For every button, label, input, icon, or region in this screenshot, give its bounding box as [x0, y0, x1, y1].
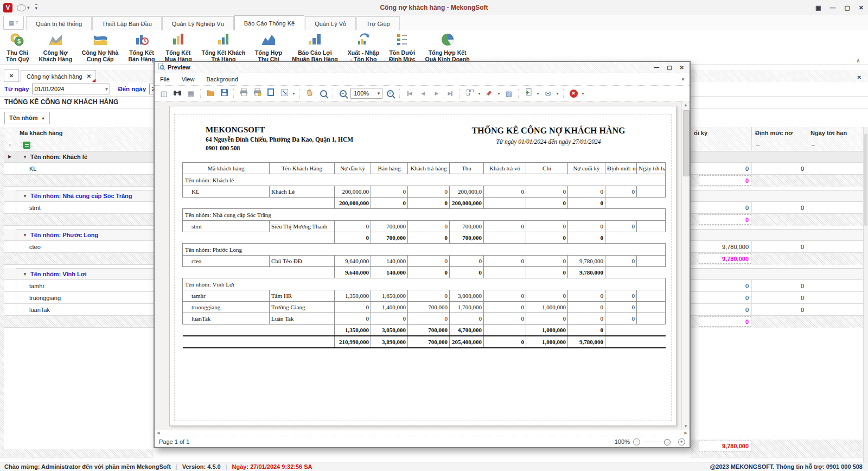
- button-ton-duoi-dinh-muc[interactable]: Tồn DướiĐịnh Mức: [384, 30, 420, 63]
- ribbon-collapse-button[interactable]: ∧: [853, 58, 864, 65]
- collapse-group-icon[interactable]: ▼: [23, 155, 27, 160]
- watermark-button[interactable]: ▨: [503, 88, 515, 99]
- panel-close-button[interactable]: ✕: [857, 74, 861, 80]
- next-page-button[interactable]: ▶: [431, 88, 443, 99]
- grid-group-row[interactable]: ▼Tên nhóm: Nhà cung cấp Sóc Trăng: [4, 190, 154, 202]
- grid-data-row[interactable]: stmt: [4, 202, 154, 214]
- grid-data-row-right[interactable]: 00: [691, 292, 864, 304]
- column-header-ngay-toi-han[interactable]: Ngày tới hạn: [807, 127, 864, 139]
- close-tab-icon[interactable]: ✕: [87, 73, 91, 79]
- scrollbar-thumb[interactable]: [683, 110, 690, 176]
- ribbon-menu-button[interactable]: ▦▽: [3, 16, 24, 30]
- chevron-down-icon[interactable]: ▼: [477, 92, 482, 96]
- grid-cell[interactable]: [807, 304, 864, 316]
- save-button[interactable]: [218, 88, 230, 99]
- page-setup-button[interactable]: [265, 88, 277, 99]
- grid-data-row-right[interactable]: 00: [691, 163, 864, 175]
- document-map-button[interactable]: ◫: [158, 88, 170, 99]
- menu-file[interactable]: File: [160, 76, 170, 82]
- hand-tool-button[interactable]: [304, 88, 316, 99]
- menu-background[interactable]: Background: [206, 76, 238, 82]
- grid-data-row[interactable]: luanTak: [4, 304, 154, 316]
- collapse-group-icon[interactable]: ▼: [23, 272, 27, 277]
- preview-close-button[interactable]: ✕: [680, 65, 684, 71]
- button-tong-ket-khach-tra-hang[interactable]: Tổng Kết KháchTrả Hàng: [197, 30, 251, 63]
- search-button[interactable]: [171, 88, 183, 99]
- preview-titlebar[interactable]: Preview — ▢ ✕: [155, 62, 690, 73]
- chevron-down-icon[interactable]: ▼: [497, 92, 501, 96]
- customize-grid-button[interactable]: ▦: [185, 88, 197, 99]
- grid-cell[interactable]: 0: [691, 163, 751, 175]
- scale-button[interactable]: [278, 88, 290, 99]
- last-page-button[interactable]: ▶: [444, 88, 456, 99]
- filter-cell[interactable]: ⁚⁚: [16, 139, 154, 151]
- customer-code-cell[interactable]: tamhr: [16, 280, 154, 292]
- collapse-group-icon[interactable]: ▼: [23, 233, 27, 238]
- chevron-down-icon[interactable]: ▼: [536, 92, 540, 96]
- zoom-plus-icon[interactable]: +: [678, 438, 685, 445]
- scroll-left-icon[interactable]: ◀: [157, 431, 159, 435]
- grid-data-row-right[interactable]: 00: [691, 280, 864, 292]
- collapse-group-icon[interactable]: ▼: [23, 194, 27, 199]
- grid-group-row[interactable]: ▼Tên nhóm: Phước Long: [4, 229, 154, 241]
- open-button[interactable]: [205, 88, 216, 99]
- tab-cong-no-khach-hang[interactable]: Công nợ khách hàng ✕: [21, 70, 96, 82]
- tab-tro-giup[interactable]: Trợ Giúp: [356, 16, 399, 30]
- menu-view[interactable]: View: [182, 76, 195, 82]
- grid-cell[interactable]: 0: [751, 304, 807, 316]
- chevron-down-icon[interactable]: ▼: [581, 92, 585, 96]
- grid-cell[interactable]: [807, 241, 864, 253]
- magnifier-tool-button[interactable]: [317, 88, 329, 99]
- close-preview-button[interactable]: ✕: [567, 88, 579, 99]
- button-cong-no-nha-cung-cap[interactable]: Công Nợ NhàCung Cấp: [77, 30, 124, 63]
- grid-group-row[interactable]: ▶▼Tên nhóm: Khách lẻ: [4, 151, 154, 163]
- button-tong-ket-mua-hang[interactable]: Tổng KếtMua Hàng: [159, 30, 196, 63]
- menu-overflow-icon[interactable]: ▼: [681, 77, 685, 82]
- button-xuat-nhap-ton-kho[interactable]: Xuất - Nhập- Tồn Kho: [343, 30, 384, 63]
- preview-vertical-scrollbar[interactable]: ▲ ▼: [681, 101, 690, 430]
- send-email-button[interactable]: ✉: [542, 88, 554, 99]
- grid-cell[interactable]: [807, 163, 864, 175]
- tab-quan-tri-he-thong[interactable]: Quản trị hệ thống: [26, 16, 92, 30]
- fit-window-icon[interactable]: ▣: [815, 4, 821, 11]
- scrollbar-thumb[interactable]: [864, 133, 867, 226]
- grid-cell[interactable]: [807, 202, 864, 214]
- grid-data-row[interactable]: tamhr: [4, 280, 154, 292]
- zoom-combo[interactable]: 100%▼: [350, 88, 382, 99]
- print-options-button[interactable]: [251, 88, 263, 99]
- grid-cell[interactable]: 0: [751, 280, 807, 292]
- preview-maximize-button[interactable]: ▢: [667, 65, 672, 71]
- preview-horizontal-scrollbar[interactable]: ◀ ▶: [155, 430, 690, 436]
- grid-data-row[interactable]: KL: [4, 163, 154, 175]
- chevron-down-icon[interactable]: ▼: [556, 92, 560, 96]
- close-all-tabs-button[interactable]: ✕: [4, 69, 19, 82]
- grid-data-row[interactable]: truonggiang: [4, 292, 154, 304]
- grid-cell[interactable]: 0: [691, 304, 751, 316]
- customer-code-cell[interactable]: cteo: [16, 241, 154, 253]
- scroll-up-icon[interactable]: ▲: [682, 103, 690, 107]
- grid-cell[interactable]: 0: [751, 202, 807, 214]
- chevron-down-icon[interactable]: ▼: [376, 91, 381, 96]
- grid-cell[interactable]: [807, 280, 864, 292]
- column-header-ma-khach-hang[interactable]: Mã khách hàng: [16, 127, 154, 139]
- tab-quan-ly-nghiep-vu[interactable]: Quản Lý Nghiệp Vụ: [162, 16, 234, 30]
- column-header-dinh-muc-no[interactable]: Định mức nợ: [751, 127, 807, 139]
- zoom-track[interactable]: [643, 442, 675, 442]
- quick-access-button[interactable]: ▾: [17, 4, 30, 11]
- print-button[interactable]: [238, 88, 250, 99]
- tab-quan-ly-vo[interactable]: Quản Lý Vỏ: [305, 16, 356, 30]
- from-date-value[interactable]: [34, 86, 108, 92]
- grid-cell[interactable]: 0: [751, 241, 807, 253]
- preview-minimize-button[interactable]: —: [654, 65, 659, 71]
- first-page-button[interactable]: ◀: [404, 88, 416, 99]
- grid-cell[interactable]: [807, 292, 864, 304]
- scroll-right-icon[interactable]: ▶: [685, 431, 687, 435]
- column-header-no-cuoi-ky[interactable]: ối kỳ: [691, 127, 751, 139]
- zoom-minus-icon[interactable]: −: [633, 438, 640, 445]
- export-document-button[interactable]: [522, 88, 534, 99]
- chevron-down-icon[interactable]: ▼: [104, 87, 108, 92]
- zoom-in-button[interactable]: +: [384, 88, 396, 99]
- customer-code-cell[interactable]: truonggiang: [16, 292, 154, 304]
- group-by-chip[interactable]: Tên nhóm ▲: [4, 112, 50, 124]
- filter-cell[interactable]: –: [807, 139, 864, 151]
